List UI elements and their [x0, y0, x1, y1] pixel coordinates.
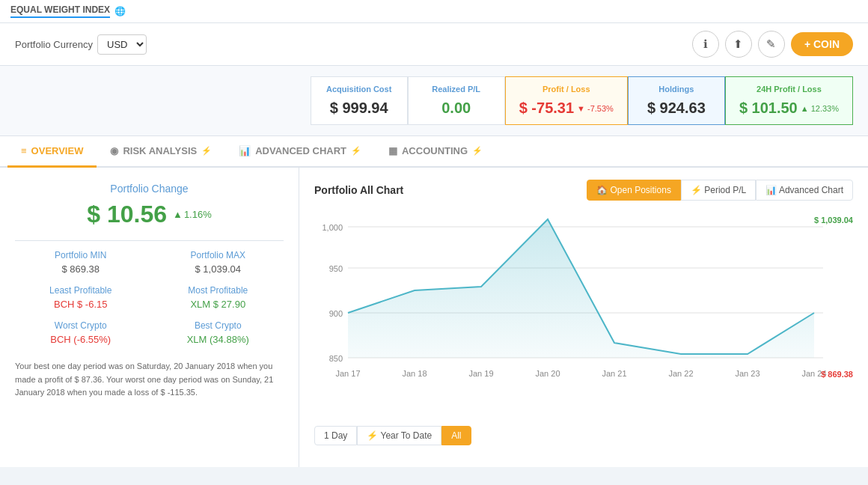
divider	[15, 240, 284, 241]
tab-risk-label: RISK ANALYSIS	[123, 145, 197, 156]
time-btn-all[interactable]: All	[441, 426, 471, 445]
portfolio-change-value: $ 10.56 ▲ 1.16%	[15, 201, 284, 228]
risk-lightning-icon: ⚡	[201, 146, 212, 156]
svg-text:Jan 23: Jan 23	[735, 369, 760, 378]
open-positions-button[interactable]: 🏠 Open Positions	[587, 180, 681, 201]
chart-title: Portfolio All Chart	[314, 184, 403, 196]
stat-realized-pl: Realized P/L 0.00	[408, 76, 505, 125]
stat-sub-24h: ▲ 12.33%	[801, 104, 839, 113]
stat-holdings: Holdings $ 924.63	[628, 76, 725, 125]
chart-max-label: $ 1,039.04	[814, 216, 853, 225]
right-panel: Portfolio All Chart 🏠 Open Positions ⚡ P…	[299, 168, 868, 467]
change-amount: $ 10.56	[87, 201, 167, 228]
header: Portfolio Currency USD EUR BTC ℹ ⬆ ✎ + C…	[0, 23, 868, 66]
accounting-icon: ▦	[388, 145, 397, 156]
worst-value: BCH (-6.55%)	[15, 334, 147, 345]
header-icons: ℹ ⬆ ✎ + COIN	[692, 31, 853, 58]
tab-accounting[interactable]: ▦ ACCOUNTING ⚡	[375, 136, 496, 168]
time-btn-1day[interactable]: 1 Day	[314, 426, 357, 445]
svg-text:950: 950	[329, 264, 343, 273]
svg-text:850: 850	[329, 354, 343, 363]
min-value: $ 869.38	[15, 263, 147, 275]
least-label: Least Profitable	[15, 285, 147, 296]
top-bar: EQUAL WEIGHT INDEX 🌐	[0, 0, 868, 23]
period-pl-button[interactable]: ⚡ Period P/L	[681, 180, 756, 201]
svg-text:Jan 17: Jan 17	[335, 369, 360, 378]
chart-lightning-icon: ⚡	[351, 146, 361, 156]
chart-container: $ 1,039.04 $ 869.38 1,000 950 900 850	[314, 208, 853, 420]
tabs: ≡ OVERVIEW ◉ RISK ANALYSIS ⚡ 📊 ADVANCED …	[0, 136, 868, 168]
chart-button-group: 🏠 Open Positions ⚡ Period P/L 📊 Advanced…	[587, 180, 853, 201]
edit-button[interactable]: ✎	[758, 31, 785, 58]
time-btn-ytd[interactable]: ⚡ Year To Date	[357, 426, 441, 445]
stat-label-pl: Profit / Loss	[519, 85, 614, 94]
stat-label-realized: Realized P/L	[422, 85, 491, 94]
min-label: Portfolio MIN	[15, 250, 147, 260]
tab-overview[interactable]: ≡ OVERVIEW	[7, 136, 97, 168]
stat-value-24h: $ 101.50	[739, 100, 798, 117]
stat-value-pl: $ -75.31	[519, 100, 574, 117]
most-label: Most Profitable	[153, 285, 284, 296]
chart-header: Portfolio All Chart 🏠 Open Positions ⚡ P…	[314, 180, 853, 201]
portfolio-chart: 1,000 950 900 850	[314, 208, 838, 418]
portfolio-change-label: Portfolio Change	[15, 183, 284, 195]
least-value: BCH $ -6.15	[15, 299, 147, 310]
currency-label: Portfolio Currency	[15, 39, 93, 50]
stat-least-profitable: Least Profitable BCH $ -6.15	[15, 285, 147, 310]
chart-area	[348, 219, 814, 358]
footnote: Your best one day period was on Saturday…	[15, 360, 284, 400]
accounting-lightning-icon: ⚡	[472, 146, 483, 156]
stat-acquisition-cost: Acquisition Cost $ 999.94	[311, 76, 408, 125]
svg-text:Jan 22: Jan 22	[668, 369, 693, 378]
currency-select[interactable]: USD EUR BTC	[97, 34, 147, 55]
risk-icon: ◉	[110, 145, 118, 156]
svg-text:Jan 19: Jan 19	[468, 369, 493, 378]
tab-accounting-label: ACCOUNTING	[402, 145, 468, 156]
stats-row: Acquisition Cost $ 999.94 Realized P/L 0…	[0, 66, 868, 136]
stat-label-acquisition: Acquisition Cost	[325, 85, 394, 94]
stat-24h-pl: 24H Profit / Loss $ 101.50 ▲ 12.33%	[725, 76, 853, 125]
tab-advanced-chart[interactable]: 📊 ADVANCED CHART ⚡	[225, 136, 375, 168]
stat-value-acquisition: $ 999.94	[330, 100, 388, 117]
stat-value-holdings: $ 924.63	[647, 100, 706, 117]
stat-label-holdings: Holdings	[642, 85, 711, 94]
globe-icon: 🌐	[114, 6, 126, 16]
max-value: $ 1,039.04	[153, 263, 284, 275]
stat-profit-loss: Profit / Loss $ -75.31 ▼ -7.53%	[505, 76, 628, 125]
svg-text:1,000: 1,000	[322, 223, 343, 232]
svg-text:Jan 18: Jan 18	[402, 369, 427, 378]
stat-most-profitable: Most Profitable XLM $ 27.90	[153, 285, 284, 310]
most-value: XLM $ 27.90	[153, 299, 284, 310]
stat-portfolio-min: Portfolio MIN $ 869.38	[15, 250, 147, 275]
tab-risk-analysis[interactable]: ◉ RISK ANALYSIS ⚡	[97, 136, 225, 168]
time-range: 1 Day ⚡ Year To Date All	[314, 426, 853, 445]
tab-overview-label: OVERVIEW	[31, 145, 84, 156]
advanced-chart-button[interactable]: 📊 Advanced Chart	[756, 180, 853, 201]
stat-portfolio-max: Portfolio MAX $ 1,039.04	[153, 250, 284, 275]
svg-text:Jan 20: Jan 20	[535, 369, 560, 378]
share-button[interactable]: ⬆	[725, 31, 752, 58]
worst-label: Worst Crypto	[15, 320, 147, 331]
index-title: EQUAL WEIGHT INDEX	[10, 4, 110, 18]
stat-sub-pl: ▼ -7.53%	[577, 104, 614, 113]
main-content: Portfolio Change $ 10.56 ▲ 1.16% Portfol…	[0, 168, 868, 467]
chart-icon: 📊	[239, 145, 251, 156]
stat-best-crypto: Best Crypto XLM (34.88%)	[153, 320, 284, 345]
tab-chart-label: ADVANCED CHART	[255, 145, 346, 156]
info-button[interactable]: ℹ	[692, 31, 719, 58]
change-pct: ▲ 1.16%	[173, 209, 212, 220]
up-arrow-icon: ▲	[173, 209, 183, 220]
chart-min-label: $ 869.38	[821, 370, 853, 379]
svg-text:Jan 21: Jan 21	[602, 369, 626, 378]
best-label: Best Crypto	[153, 320, 284, 331]
stat-label-24h: 24H Profit / Loss	[739, 85, 839, 94]
svg-text:900: 900	[329, 309, 343, 318]
coin-button[interactable]: + COIN	[791, 32, 853, 56]
stat-value-realized: 0.00	[441, 100, 471, 117]
stat-worst-crypto: Worst Crypto BCH (-6.55%)	[15, 320, 147, 345]
left-panel: Portfolio Change $ 10.56 ▲ 1.16% Portfol…	[0, 168, 299, 467]
overview-icon: ≡	[21, 145, 27, 156]
best-value: XLM (34.88%)	[153, 334, 284, 345]
left-stats-grid: Portfolio MIN $ 869.38 Portfolio MAX $ 1…	[15, 250, 284, 345]
max-label: Portfolio MAX	[153, 250, 284, 260]
